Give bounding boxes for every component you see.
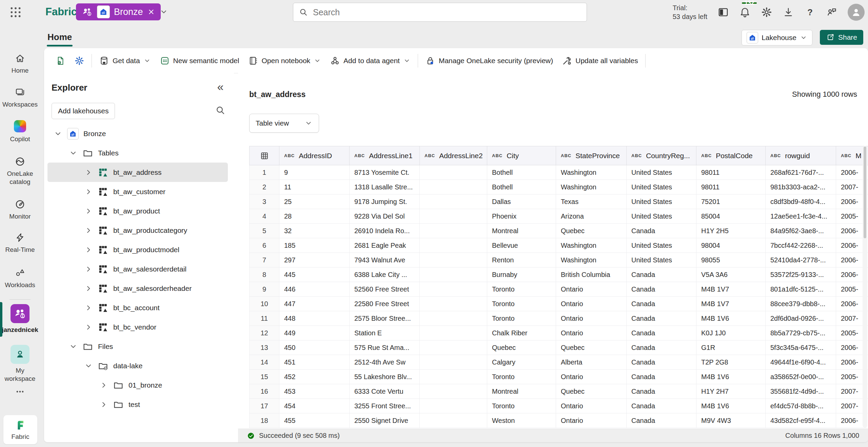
tree-item-bt-aw-address[interactable]: bt_aw_address: [47, 163, 228, 182]
download-icon[interactable]: [783, 6, 794, 18]
toolbar-button-add-to-data-agent[interactable]: Add to data agent: [326, 52, 415, 70]
lakehouse-selector-label: Lakehouse: [762, 34, 796, 42]
panel-icon[interactable]: [717, 6, 729, 18]
folder-icon: [113, 399, 124, 410]
tree-item-01-bronze[interactable]: 01_bronze: [47, 375, 228, 395]
sidebar-item-my-workspace[interactable]: My workspace: [0, 345, 40, 383]
search-input[interactable]: [312, 7, 581, 18]
cell: Toronto: [487, 311, 556, 326]
account-avatar[interactable]: [848, 4, 865, 21]
tree-item-test[interactable]: test: [47, 395, 228, 414]
chevron-right-icon[interactable]: [84, 323, 93, 332]
cell: Washington: [556, 165, 627, 180]
workspace-tab-bronze[interactable]: 1 Bronze: [76, 3, 161, 20]
tree-item-Bronze[interactable]: Bronze: [47, 124, 228, 143]
chevron-right-icon[interactable]: [84, 187, 93, 196]
close-icon[interactable]: [147, 8, 155, 16]
column-type-tag: ABC: [631, 153, 642, 158]
table-grid-icon: [260, 151, 269, 161]
collapse-panel-icon[interactable]: «: [215, 81, 226, 92]
sidebar-item-workspace-janzednicek[interactable]: 1janzednicek: [0, 304, 40, 334]
sidebar-item-real-time[interactable]: Real-Time: [0, 232, 40, 254]
scrollbar-thumb[interactable]: [864, 147, 866, 238]
cell: 98055: [696, 253, 766, 267]
help-icon[interactable]: ?: [804, 6, 816, 18]
tab-home[interactable]: Home: [47, 32, 72, 42]
cell: Washington: [556, 253, 627, 267]
table-row: 53226910 Indela Ro...MontrealQuebecCanad…: [249, 224, 868, 238]
waffle-menu-icon[interactable]: [9, 5, 22, 19]
cell: 7943 Walnut Ave: [350, 253, 420, 267]
row-number-cell: 11: [250, 311, 279, 326]
toolbar-button-new-semantic-model[interactable]: New semantic model: [155, 52, 244, 70]
sidebar-item-label: Real-Time: [5, 246, 35, 254]
toolbar-button-open-notebook[interactable]: Open notebook: [243, 52, 326, 70]
chevron-down-icon[interactable]: [159, 7, 168, 16]
sidebar-item-more[interactable]: [0, 386, 40, 397]
toolbar-button-manage-onelake-security-preview[interactable]: Manage OneLake security (preview): [421, 52, 557, 70]
toolbar-button-update-all-variables[interactable]: Update all variables: [557, 52, 642, 70]
nav-fabric[interactable]: Fabric: [3, 415, 37, 444]
tree-item-Files[interactable]: Files: [47, 337, 228, 356]
search-icon[interactable]: [215, 105, 226, 116]
chevron-right-icon[interactable]: [99, 400, 108, 409]
chevron-right-icon[interactable]: [84, 303, 93, 312]
tree-item-label: bt_aw_salesorderdetail: [113, 265, 186, 273]
cell: 454: [279, 399, 350, 413]
toolbar-button-get-data[interactable]: Get data: [95, 52, 155, 70]
global-search[interactable]: [293, 3, 587, 22]
tree-item-bt-aw-salesorderdetail[interactable]: bt_aw_salesorderdetail: [47, 259, 228, 279]
delta-table-icon: [98, 244, 108, 255]
tree-item-bt-bc-account[interactable]: bt_bc_account: [47, 298, 228, 317]
tree-item-Tables[interactable]: Tables: [47, 143, 228, 163]
chevron-right-icon[interactable]: [84, 226, 93, 235]
cell: Toronto: [487, 297, 556, 311]
row-number-cell: 17: [250, 399, 279, 413]
chevron-right-icon[interactable]: [84, 207, 93, 216]
column-header-AddressLine1: ABCAddressLine1: [350, 146, 420, 165]
tree-item-data-lake[interactable]: data-lake: [47, 356, 228, 375]
tree-item-label: Bronze: [83, 130, 106, 138]
chevron-right-icon[interactable]: [84, 245, 93, 254]
notifications-bell-icon[interactable]: 132: [739, 6, 751, 18]
sidebar-item-onelake-catalog[interactable]: OneLake catalog: [0, 156, 40, 186]
column-header-AddressLine2: ABCAddressLine2: [420, 146, 487, 165]
table-row: 198713 Yosemite Ct.BothellWashingtonUnit…: [249, 165, 868, 180]
chevron-right-icon[interactable]: [84, 284, 93, 293]
folder-icon: [82, 148, 93, 159]
tree-item-bt-bc-vendor[interactable]: bt_bc_vendor: [47, 317, 228, 337]
chevron-down-icon[interactable]: [69, 149, 78, 157]
toolbar-button-settings-gear-blue-icon[interactable]: [70, 52, 89, 70]
share-button[interactable]: Share: [820, 30, 863, 45]
tree-item-bt-aw-productmodel[interactable]: bt_aw_productmodel: [47, 240, 228, 259]
settings-gear-icon[interactable]: [761, 6, 772, 18]
tree-item-bt-aw-customer[interactable]: bt_aw_customer: [47, 182, 228, 201]
fabric-brand[interactable]: Fabric: [45, 6, 77, 18]
chevron-right-icon[interactable]: [99, 381, 108, 390]
toolbar-button-script-file-icon[interactable]: [51, 52, 70, 70]
tree-item-bt-aw-salesorderheader[interactable]: bt_aw_salesorderheader: [47, 279, 228, 298]
workspace-people-icon: 1: [11, 304, 29, 323]
chevron-down-icon[interactable]: [69, 342, 78, 351]
sidebar-item-monitor[interactable]: Monitor: [0, 199, 40, 221]
column-header-AddressID: ABCAddressID: [279, 146, 350, 165]
view-selector[interactable]: Table view: [249, 114, 319, 133]
chevron-down-icon[interactable]: [54, 129, 62, 138]
feedback-icon[interactable]: [826, 6, 837, 18]
cell: 8713 Yosemite Ct.: [350, 165, 420, 180]
chevron-down-icon[interactable]: [84, 361, 93, 370]
tree-item-bt-aw-productcategory[interactable]: bt_aw_productcategory: [47, 221, 228, 240]
cell: 26910 Indela Ro...: [350, 224, 420, 238]
chevron-right-icon[interactable]: [84, 168, 93, 177]
sidebar-item-home[interactable]: Home: [0, 53, 40, 75]
chevron-right-icon[interactable]: [84, 265, 93, 274]
lakehouse-mode-selector[interactable]: Lakehouse: [742, 30, 812, 45]
sidebar-item-workspaces[interactable]: Workspaces: [0, 87, 40, 109]
cell: 3255 Front Stree...: [350, 399, 420, 413]
cell: Ontario: [556, 399, 627, 413]
sidebar-item-copilot[interactable]: Copilot: [0, 120, 40, 143]
add-lakehouses-button[interactable]: Add lakehouses: [52, 103, 115, 119]
table-row: 174543255 Front Stree...TorontoOntarioCa…: [249, 399, 868, 413]
sidebar-item-workloads[interactable]: Workloads: [0, 267, 40, 289]
tree-item-bt-aw-product[interactable]: bt_aw_product: [47, 201, 228, 221]
